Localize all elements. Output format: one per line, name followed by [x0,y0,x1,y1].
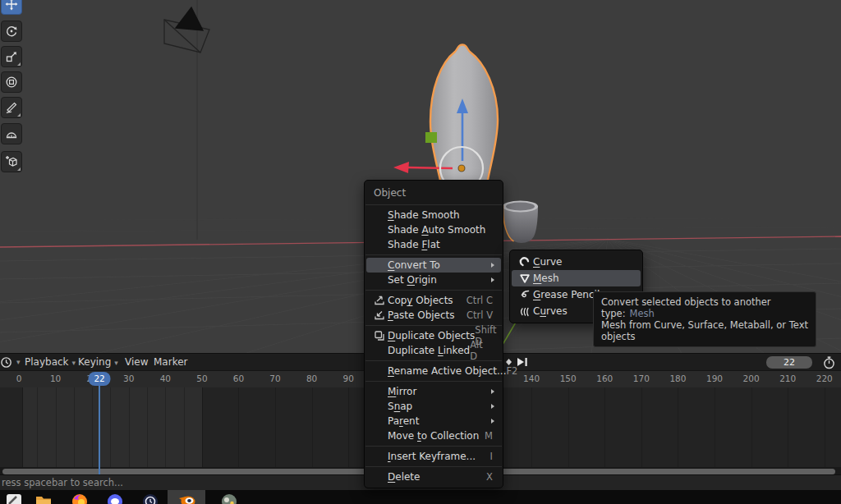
tool-button-transform[interactable] [1,71,22,93]
timeline-grid-line [202,387,203,467]
menu-item-rename-active-object[interactable]: Rename Active Object...F2 [366,364,501,378]
menu-item-set-origin[interactable]: Set Origin [366,273,501,287]
timeline-menu-marker[interactable]: Marker [154,354,187,370]
menu-item-mirror[interactable]: Mirror [366,384,501,399]
tool-button-move[interactable] [1,0,22,15]
menu-item-delete[interactable]: DeleteX [366,470,501,484]
subtool-indicator [17,167,21,171]
gizmo-y-handle[interactable] [425,132,437,143]
tool-button-scale[interactable] [1,46,22,67]
submenu-arrow-icon [491,277,494,282]
menu-item-label: Shade Smooth [388,209,501,221]
ruler-tick-0: 0 [16,373,22,383]
blender-window: Object Shade SmoothShade Auto SmoothShad… [0,0,841,504]
menu-item-curve[interactable]: Curve [512,254,641,270]
tooltip-value: Mesh [630,308,655,319]
ruler-tick-160: 160 [596,373,613,383]
timeline-grid-line [604,387,605,467]
measure-icon [5,127,18,140]
clock-app-icon[interactable] [141,493,159,504]
timeline-grid-line [568,387,569,467]
timeline-grid-line [92,387,93,467]
timeline-menu-keying[interactable]: Keying▾ [78,354,118,370]
menu-item-shade-flat[interactable]: Shade Flat [366,237,501,252]
window-icon[interactable] [5,493,23,504]
timeline-grid-line [312,387,313,467]
curves-icon [517,305,533,317]
menu-item-snap[interactable]: Snap [366,399,501,414]
timeline-grid-line [238,387,239,467]
menu-item-label: Shade Flat [388,239,501,250]
menu-item-mesh[interactable]: Mesh [512,270,641,286]
frame-range-band [22,387,201,467]
menu-separator [365,202,503,208]
files-icon[interactable] [34,493,53,504]
menu-item-label: Mirror [388,386,491,397]
timeline-grid-line [56,387,57,467]
menu-item-label: Move to Collection [388,430,485,442]
menu-item-shade-auto-smooth[interactable]: Shade Auto Smooth [366,222,501,237]
menu-item-parent[interactable]: Parent [366,414,501,428]
camera-object[interactable] [164,7,209,53]
tooltip-line1: Convert selected objects to another type… [601,296,808,319]
image-editor-icon[interactable] [220,493,238,504]
duplicate-icon [371,330,388,341]
menu-item-shade-smooth[interactable]: Shade Smooth [366,208,501,222]
tool-button-rotate[interactable] [1,21,22,42]
tool-button-add-cube[interactable] [1,151,22,172]
ruler-tick-70: 70 [269,373,280,383]
ruler-tick-40: 40 [160,373,171,383]
timeline-menu-playback[interactable]: Playback▾ [25,354,76,370]
ruler-tick-150: 150 [560,373,577,383]
tool-button-measure[interactable] [1,123,22,144]
submenu-arrow-icon [491,419,494,424]
timeline-menu-view[interactable]: View [125,354,148,370]
ruler-tick-50: 50 [196,373,207,383]
subtool-indicator [17,113,21,117]
submenu-arrow-icon [491,404,494,409]
ruler-tick-80: 80 [306,373,317,383]
auto-keying-button[interactable] [819,355,839,369]
menu-separator [365,443,503,449]
menu-item-shortcut: Ctrl V [466,309,501,321]
menu-item-label: Set Origin [388,274,491,286]
timeline-grid-line [825,387,825,467]
tool-button-annotate[interactable] [1,97,22,118]
timeline-grid-line [110,387,111,467]
menu-item-label: Curve [533,256,641,268]
ruler-tick-170: 170 [633,373,650,383]
timeline-grid-line [129,387,130,467]
chevron-down-icon: ▾ [114,359,118,367]
timeline-grid-line [678,387,678,467]
grease-pencil-icon [517,289,533,300]
object-origin-dot [458,165,465,172]
timeline-grid-line [165,387,166,467]
ruler-tick-180: 180 [669,373,686,383]
firefox-icon[interactable] [71,493,89,504]
menu-item-paste-objects[interactable]: Paste ObjectsCtrl V [366,308,501,323]
menu-item-shortcut: F2 [507,365,526,377]
current-frame-badge[interactable]: 22 [89,372,111,386]
subtool-indicator [17,62,21,66]
current-frame-field[interactable]: 22 [766,356,812,369]
rotate-icon [5,25,18,38]
editor-type-button[interactable]: ▾ [1,355,22,369]
menu-item-move-to-collection[interactable]: Move to CollectionM [366,428,501,443]
playhead-line[interactable] [99,386,100,474]
menu-item-label: Copy Objects [388,295,466,306]
menu-item-convert-to[interactable]: Convert To [366,258,501,273]
menu-item-duplicate-linked[interactable]: Duplicate LinkedAlt D [366,343,501,358]
os-taskbar [0,490,841,504]
menu-separator [365,464,503,470]
ruler-tick-210: 210 [779,373,796,383]
menu-item-label: Parent [388,415,491,427]
cup-object[interactable] [503,201,538,244]
ruler-tick-10: 10 [50,373,61,383]
menu-item-shortcut: I [490,451,501,462]
blender-icon[interactable] [177,493,195,504]
menu-item-insert-keyframe[interactable]: Insert Keyframe...I [366,449,501,464]
timeline-grid-line [74,387,75,467]
menu-separator [365,252,503,258]
chat-app-icon[interactable] [106,493,124,504]
menu-item-copy-objects[interactable]: Copy ObjectsCtrl C [366,293,501,308]
